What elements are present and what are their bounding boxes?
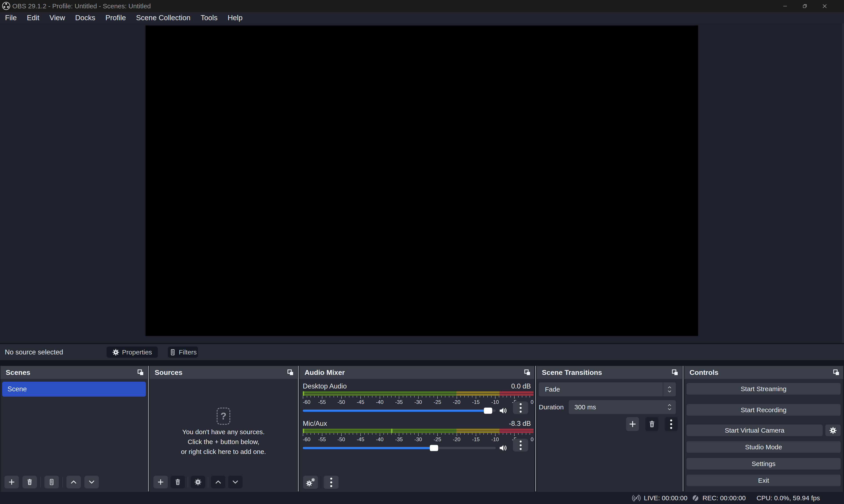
- volume-slider[interactable]: [303, 408, 496, 414]
- volume-meter: [303, 429, 533, 433]
- start-recording-button[interactable]: Start Recording: [686, 404, 841, 416]
- toolbar-separator: [208, 477, 208, 487]
- volume-slider-handle[interactable]: [430, 445, 438, 451]
- obs-window: OBS 29.1.2 - Profile: Untitled - Scenes:…: [0, 0, 844, 504]
- add-source-button[interactable]: [153, 476, 168, 488]
- settings-button[interactable]: Settings: [686, 458, 841, 469]
- popout-icon[interactable]: [833, 369, 840, 376]
- channel-name: Mic/Aux: [303, 420, 327, 428]
- dock-splitter[interactable]: [148, 366, 149, 491]
- remove-scene-button[interactable]: [22, 476, 37, 488]
- speaker-icon[interactable]: [499, 406, 508, 415]
- scene-list-item-selected[interactable]: Scene: [2, 382, 146, 397]
- transitions-panel-header[interactable]: Scene Transitions: [537, 366, 682, 379]
- virtual-camera-config-button[interactable]: [825, 425, 841, 436]
- filter-icon: [169, 349, 176, 356]
- meter-ruler: [303, 396, 533, 399]
- scene-down-button[interactable]: [84, 476, 99, 488]
- dock-splitter[interactable]: [535, 366, 536, 491]
- meter-tick-labels: -60 -55 -50 -45 -40 -35 -30 -25 -20 -15 …: [303, 436, 533, 442]
- dock-splitter[interactable]: [298, 366, 299, 491]
- volume-slider-handle[interactable]: [484, 408, 492, 414]
- audio-mixer-panel: Audio Mixer Desktop Audio 0.0 dB -60 -55…: [299, 366, 534, 492]
- remove-source-button[interactable]: [171, 476, 185, 488]
- popout-icon[interactable]: [287, 369, 294, 376]
- duration-value: 300 ms: [569, 403, 663, 411]
- sources-panel: Sources ? You don't have any sources. Cl…: [150, 366, 298, 492]
- menu-profile[interactable]: Profile: [101, 12, 131, 23]
- filters-label: Filters: [179, 348, 197, 356]
- menu-help[interactable]: Help: [223, 12, 248, 23]
- start-streaming-button[interactable]: Start Streaming: [686, 383, 841, 395]
- mixer-toolbar: [303, 476, 339, 489]
- start-virtual-camera-button[interactable]: Start Virtual Camera: [686, 425, 823, 436]
- speaker-icon[interactable]: [499, 444, 508, 452]
- mixer-channel-mic-aux: Mic/Aux -8.3 dB -60 -55 -50 -45 -40 -35 …: [303, 419, 531, 453]
- preview-canvas[interactable]: [145, 25, 698, 336]
- duration-label: Duration: [539, 400, 564, 414]
- transition-properties-button[interactable]: [665, 417, 678, 431]
- transition-select-arrows[interactable]: [663, 385, 676, 393]
- sources-title: Sources: [150, 368, 182, 377]
- channel-db-value: -8.3 dB: [509, 420, 531, 428]
- scene-item-label: Scene: [2, 385, 27, 393]
- toolbar-separator: [188, 477, 188, 487]
- source-down-button[interactable]: [228, 476, 243, 488]
- advanced-audio-button[interactable]: [303, 476, 318, 489]
- mixer-options-button[interactable]: [324, 476, 339, 489]
- scenes-panel-header[interactable]: Scenes: [0, 366, 148, 379]
- volume-slider[interactable]: [303, 445, 496, 451]
- peak-indicator: [391, 429, 392, 433]
- filters-button[interactable]: Filters: [168, 346, 198, 358]
- menu-edit[interactable]: Edit: [22, 12, 45, 23]
- exit-button[interactable]: Exit: [686, 474, 841, 486]
- titlebar[interactable]: OBS 29.1.2 - Profile: Untitled - Scenes:…: [0, 0, 844, 12]
- restore-button[interactable]: [799, 0, 811, 12]
- transition-selected-value: Fade: [539, 385, 663, 393]
- mixer-panel-header[interactable]: Audio Mixer: [299, 366, 534, 379]
- menu-scene-collection[interactable]: Scene Collection: [131, 12, 196, 23]
- remove-transition-button[interactable]: [645, 417, 658, 431]
- scenes-title: Scenes: [0, 368, 30, 377]
- minimize-button[interactable]: [779, 0, 791, 12]
- window-title: OBS 29.1.2 - Profile: Untitled - Scenes:…: [12, 0, 151, 12]
- duration-spinbox[interactable]: 300 ms: [569, 400, 676, 414]
- duration-spin-arrows[interactable]: [663, 403, 676, 411]
- controls-title: Controls: [684, 368, 719, 377]
- scenes-toolbar: [4, 476, 99, 488]
- channel-name: Desktop Audio: [303, 382, 347, 390]
- properties-button[interactable]: Properties: [107, 346, 158, 358]
- broadcast-off-icon: [632, 494, 641, 502]
- gear-icon: [829, 427, 837, 434]
- add-scene-button[interactable]: [4, 476, 19, 488]
- source-up-button[interactable]: [211, 476, 226, 488]
- scene-filters-button[interactable]: [45, 476, 59, 488]
- close-button[interactable]: [819, 0, 831, 12]
- dock-splitter[interactable]: [683, 366, 683, 491]
- menu-docks[interactable]: Docks: [70, 12, 101, 23]
- menu-tools[interactable]: Tools: [196, 12, 223, 23]
- scene-transitions-panel: Scene Transitions Fade Duration 300 ms: [537, 366, 682, 492]
- studio-mode-button[interactable]: Studio Mode: [686, 441, 841, 453]
- transition-select[interactable]: Fade: [539, 382, 676, 396]
- transitions-title: Scene Transitions: [537, 368, 602, 377]
- add-transition-button[interactable]: [626, 417, 639, 431]
- mixer-title: Audio Mixer: [299, 368, 345, 377]
- menu-view[interactable]: View: [45, 12, 70, 23]
- record-off-icon: [691, 494, 699, 502]
- menu-file[interactable]: File: [0, 12, 22, 23]
- source-status-text: No source selected: [5, 344, 63, 360]
- controls-panel-header[interactable]: Controls: [684, 366, 843, 379]
- source-properties-button[interactable]: [191, 476, 205, 488]
- popout-icon[interactable]: [137, 369, 144, 376]
- sources-empty-message[interactable]: You don't have any sources. Click the + …: [150, 427, 298, 456]
- dock-edge: [842, 23, 844, 343]
- channel-options-button[interactable]: [513, 401, 528, 414]
- toolbar-separator: [40, 477, 41, 487]
- channel-options-button[interactable]: [513, 439, 528, 451]
- scene-up-button[interactable]: [66, 476, 81, 488]
- popout-icon[interactable]: [524, 369, 531, 376]
- popout-icon[interactable]: [671, 369, 679, 376]
- sources-panel-header[interactable]: Sources: [150, 366, 298, 379]
- rec-status: REC: 00:00:00: [691, 492, 746, 504]
